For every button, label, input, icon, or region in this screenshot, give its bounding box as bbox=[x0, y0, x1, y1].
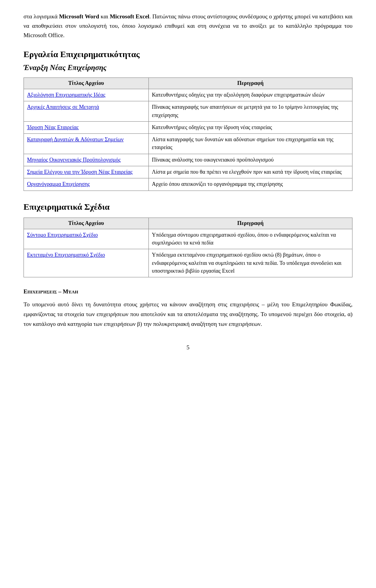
file-title-cell[interactable]: Αρχικές Απαιτήσεις σε Μετρητά bbox=[24, 101, 149, 122]
table-row: Καταγραφή Δυνατών & Αδύνατων ΣημείωνΛίστ… bbox=[24, 134, 352, 154]
file-title-cell[interactable]: Σημεία Ελέγχου για την Ίδρυση Νέας Εταιρ… bbox=[24, 166, 149, 178]
intro-text-part2: και bbox=[99, 13, 110, 20]
table-row: Σύντομο Επιχειρηματικό ΣχέδιοΥπόδειγμα σ… bbox=[24, 229, 352, 249]
file-title-cell[interactable]: Σύντομο Επιχειρηματικό Σχέδιο bbox=[24, 229, 149, 249]
table-row: Αξιολόγηση Επιχειρηματικής ΙδέαςΚατευθυν… bbox=[24, 89, 352, 101]
file-description-cell: Πίνακας ανάλυσης του οικογενειακού προϋπ… bbox=[148, 154, 352, 166]
file-title-cell[interactable]: Εκτεταμένο Επιχειρηματικό Σχέδιο bbox=[24, 249, 149, 277]
epilogue-text: Το υπομενού αυτό δίνει τη δυνατότητα στο… bbox=[24, 300, 352, 329]
file-description-cell: Κατευθυντήριες οδηγίες για την αξιολόγησ… bbox=[148, 89, 352, 101]
file-title-cell[interactable]: Ίδρυση Νέας Εταιρείας bbox=[24, 121, 149, 133]
file-description-cell: Λίστα καταγραφής των δυνατών και αδύνατω… bbox=[148, 134, 352, 154]
file-title-cell[interactable]: Καταγραφή Δυνατών & Αδύνατων Σημείων bbox=[24, 134, 149, 154]
file-description-cell: Υπόδειγμα σύντομου επιχειρηματικού σχεδί… bbox=[148, 229, 352, 249]
file-title-cell[interactable]: Οργανόγραμμα Επιχείρησης bbox=[24, 178, 149, 191]
section1-col2-header: Περιγραφή bbox=[148, 78, 352, 89]
file-description-cell: Αρχείο όπου απεικονίζει το οργανόγραμμα … bbox=[148, 178, 352, 191]
section1-col1-header: Τίτλος Αρχείου bbox=[24, 78, 149, 89]
intro-bold1: Microsoft Word bbox=[59, 13, 99, 20]
intro-text-part1: στα λογισμικά bbox=[24, 13, 59, 20]
page-number: 5 bbox=[24, 344, 352, 351]
section1-table: Τίτλος Αρχείου Περιγραφή Αξιολόγηση Επιχ… bbox=[24, 77, 352, 191]
table-row: Μηνιαίος Οικογενειακός ΠροϋπολογισμόςΠίν… bbox=[24, 154, 352, 166]
section2-col2-header: Περιγραφή bbox=[148, 218, 352, 229]
section2-col1-header: Τίτλος Αρχείου bbox=[24, 218, 149, 229]
intro-bold2: Microsoft Excel bbox=[110, 13, 149, 20]
table-row: Αρχικές Απαιτήσεις σε ΜετρητάΠίνακας κατ… bbox=[24, 101, 352, 122]
table-row: Ίδρυση Νέας ΕταιρείαςΚατευθυντήριες οδηγ… bbox=[24, 121, 352, 133]
file-title-cell[interactable]: Μηνιαίος Οικογενειακός Προϋπολογισμός bbox=[24, 154, 149, 166]
section1-title: Εργαλεία Επιχειρηματικότητας bbox=[24, 49, 352, 59]
intro-paragraph: στα λογισμικά Microsoft Word και Microso… bbox=[24, 12, 352, 40]
section2-title: Επιχειρηματικά Σχέδια bbox=[24, 202, 352, 212]
table-row: Εκτεταμένο Επιχειρηματικό ΣχέδιοΥπόδειγμ… bbox=[24, 249, 352, 277]
file-description-cell: Κατευθυντήριες οδηγίες για την ίδρυση νέ… bbox=[148, 121, 352, 133]
section2-table: Τίτλος Αρχείου Περιγραφή Σύντομο Επιχειρ… bbox=[24, 218, 352, 277]
table-row: Οργανόγραμμα ΕπιχείρησηςΑρχείο όπου απει… bbox=[24, 178, 352, 191]
file-title-cell[interactable]: Αξιολόγηση Επιχειρηματικής Ιδέας bbox=[24, 89, 149, 101]
table-row: Σημεία Ελέγχου για την Ίδρυση Νέας Εταιρ… bbox=[24, 166, 352, 178]
section1-subtitle: Έναρξη Νέας Επιχείρησης bbox=[24, 63, 352, 72]
file-description-cell: Πίνακας καταγραφής των απαιτήσεων σε μετ… bbox=[148, 101, 352, 122]
file-description-cell: Λίστα με σημεία που θα πρέπει να ελεγχθο… bbox=[148, 166, 352, 178]
file-description-cell: Υπόδειγμα εκτεταμένου επιχειρηματικού σχ… bbox=[148, 249, 352, 277]
epilogue-title: Επιχειρήσεις – Μέλη bbox=[24, 288, 352, 295]
